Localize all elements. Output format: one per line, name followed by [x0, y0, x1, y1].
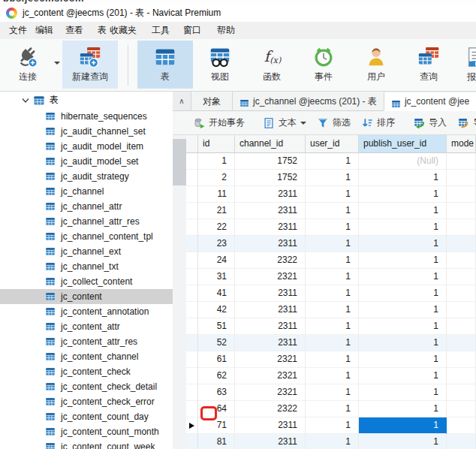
cell-user_id-row-41[interactable]: 1	[306, 285, 359, 302]
sidebar-item-jc_channel_content_tpl[interactable]: jc_channel_content_tpl	[0, 229, 173, 244]
cell-channel_id-row-31[interactable]: 2321	[235, 269, 306, 285]
chevron-down-icon[interactable]	[21, 96, 30, 105]
cell-publish_user_id-row-1[interactable]: (Null)	[359, 153, 447, 170]
cell-mode-row-51[interactable]	[447, 318, 476, 335]
cell-channel_id-row-22[interactable]: 2311	[235, 219, 306, 236]
toolbar-button-2[interactable]: 新建查询	[62, 41, 118, 89]
cell-id-row-81[interactable]: 81	[198, 434, 235, 449]
cell-user_id-row-52[interactable]: 1	[306, 335, 359, 351]
cell-user_id-row-61[interactable]: 1	[306, 351, 359, 368]
cell-user_id-row-22[interactable]: 1	[306, 219, 359, 236]
row-gutter[interactable]	[186, 170, 198, 186]
cell-mode-row-1[interactable]	[447, 153, 476, 170]
cell-channel_id-row-2[interactable]: 1752	[235, 170, 306, 186]
row-gutter[interactable]	[186, 368, 198, 384]
cell-channel_id-row-81[interactable]: 2311	[235, 434, 306, 449]
toolbar-button-7[interactable]: 用户	[353, 41, 399, 89]
sidebar-item-jc_channel[interactable]: jc_channel	[0, 184, 173, 199]
cell-mode-row-41[interactable]	[447, 285, 476, 302]
cell-mode-row-61[interactable]	[447, 351, 476, 368]
cell-mode-row-31[interactable]	[447, 269, 476, 285]
toolbar-button-6[interactable]: 事件	[300, 41, 347, 89]
cell-publish_user_id-row-63[interactable]: 1	[359, 384, 447, 401]
dropdown-caret-icon[interactable]	[54, 62, 60, 65]
sidebar-item-jc_channel_txt[interactable]: jc_channel_txt	[0, 259, 173, 274]
menu-item-8[interactable]: 帮助	[215, 22, 236, 39]
cell-user_id-row-2[interactable]: 1	[306, 170, 359, 186]
grid-toolbar-button-4[interactable]: 排序	[356, 113, 400, 133]
cell-mode-row-11[interactable]	[447, 186, 476, 203]
sidebar-item-jc_content_check_detail[interactable]: jc_content_check_detail	[0, 379, 173, 394]
cell-mode-row-42[interactable]	[447, 302, 476, 318]
cell-channel_id-row-71[interactable]: 2311	[235, 417, 306, 434]
grid-toolbar-button-1[interactable]: 开始事务	[188, 113, 250, 133]
menu-item-5[interactable]: 收藏夹	[108, 22, 138, 39]
cell-publish_user_id-row-71[interactable]: 1	[359, 417, 447, 434]
sidebar-item-jc_content_check[interactable]: jc_content_check	[0, 364, 173, 379]
row-gutter[interactable]	[186, 351, 198, 368]
menu-item-6[interactable]: 工具	[150, 22, 171, 39]
cell-mode-row-24[interactable]	[447, 252, 476, 269]
column-header-user_id[interactable]: user_id	[306, 135, 359, 153]
cell-id-row-23[interactable]: 23	[198, 236, 235, 252]
sidebar-item-jc_content[interactable]: jc_content	[0, 289, 173, 304]
cell-channel_id-row-21[interactable]: 2311	[235, 203, 306, 219]
cell-publish_user_id-row-21[interactable]: 1	[359, 203, 447, 219]
cell-channel_id-row-61[interactable]: 2321	[235, 351, 306, 368]
row-gutter[interactable]	[186, 434, 198, 449]
cell-publish_user_id-row-2[interactable]: 1	[359, 170, 447, 186]
grid-toolbar-button-3[interactable]: 筛选	[312, 113, 356, 133]
cell-mode-row-2[interactable]	[447, 170, 476, 186]
grid-toolbar-button-2[interactable]: 文本	[258, 113, 312, 133]
cell-mode-row-81[interactable]	[447, 434, 476, 449]
cell-id-row-22[interactable]: 22	[198, 219, 235, 236]
sidebar-item-jc_content_attr[interactable]: jc_content_attr	[0, 319, 173, 334]
row-gutter[interactable]	[186, 285, 198, 302]
dropdown-caret-icon[interactable]	[300, 122, 306, 125]
cell-mode-row-52[interactable]	[447, 335, 476, 351]
cell-publish_user_id-row-24[interactable]: 1	[359, 252, 447, 269]
cell-id-row-2[interactable]: 2	[198, 170, 235, 186]
cell-publish_user_id-row-61[interactable]: 1	[359, 351, 447, 368]
cell-id-row-42[interactable]: 42	[198, 302, 235, 318]
row-gutter[interactable]	[186, 203, 198, 219]
sidebar-item-jc_content_count_day[interactable]: jc_content_count_day	[0, 409, 173, 424]
cell-id-row-11[interactable]: 11	[198, 186, 235, 203]
cell-channel_id-row-23[interactable]: 2311	[235, 236, 306, 252]
cell-publish_user_id-row-42[interactable]: 1	[359, 302, 447, 318]
current-row-marker[interactable]	[186, 417, 198, 434]
sidebar-item-jc_content_count_week[interactable]: jc_content_count_week	[0, 439, 173, 449]
cell-channel_id-row-24[interactable]: 2322	[235, 252, 306, 269]
sidebar-item-jc_channel_ext[interactable]: jc_channel_ext	[0, 244, 173, 259]
sidebar-item-jc_audit_model_set[interactable]: jc_audit_model_set	[0, 154, 173, 169]
sidebar-item-jc_channel_attr[interactable]: jc_channel_attr	[0, 199, 173, 214]
menu-item-2[interactable]: 编辑	[34, 22, 55, 39]
row-gutter[interactable]	[186, 318, 198, 335]
cell-publish_user_id-row-23[interactable]: 1	[359, 236, 447, 252]
cell-channel_id-row-63[interactable]: 2321	[235, 384, 306, 401]
toolbar-button-5[interactable]: f(x)函数	[249, 41, 295, 89]
toolbar-button-3[interactable]: 表	[137, 41, 193, 89]
cell-id-row-24[interactable]: 24	[198, 252, 235, 269]
cell-user_id-row-63[interactable]: 1	[306, 384, 359, 401]
cell-mode-row-71[interactable]	[447, 417, 476, 434]
sidebar-item-hibernate_sequences[interactable]: hibernate_sequences	[0, 109, 173, 124]
menu-item-7[interactable]: 窗口	[182, 22, 203, 39]
toolbar-button-1[interactable]: 连接	[6, 41, 50, 89]
cell-id-row-51[interactable]: 51	[198, 318, 235, 335]
cell-mode-row-64[interactable]	[447, 401, 476, 417]
cell-publish_user_id-row-81[interactable]: 1	[359, 434, 447, 449]
cell-channel_id-row-52[interactable]: 2311	[235, 335, 306, 351]
toolbar-button-8[interactable]: 查询	[405, 41, 452, 89]
cell-user_id-row-81[interactable]: 1	[306, 434, 359, 449]
sidebar-item-jc_audit_channel_set[interactable]: jc_audit_channel_set	[0, 124, 173, 139]
cell-publish_user_id-row-11[interactable]: 1	[359, 186, 447, 203]
cell-user_id-row-51[interactable]: 1	[306, 318, 359, 335]
cell-user_id-row-23[interactable]: 1	[306, 236, 359, 252]
cell-user_id-row-11[interactable]: 1	[306, 186, 359, 203]
sidebar-item-jc_audit_strategy[interactable]: jc_audit_strategy	[0, 169, 173, 184]
row-gutter[interactable]	[186, 153, 198, 170]
cell-id-row-21[interactable]: 21	[198, 203, 235, 219]
cell-publish_user_id-row-52[interactable]: 1	[359, 335, 447, 351]
cell-publish_user_id-row-22[interactable]: 1	[359, 219, 447, 236]
